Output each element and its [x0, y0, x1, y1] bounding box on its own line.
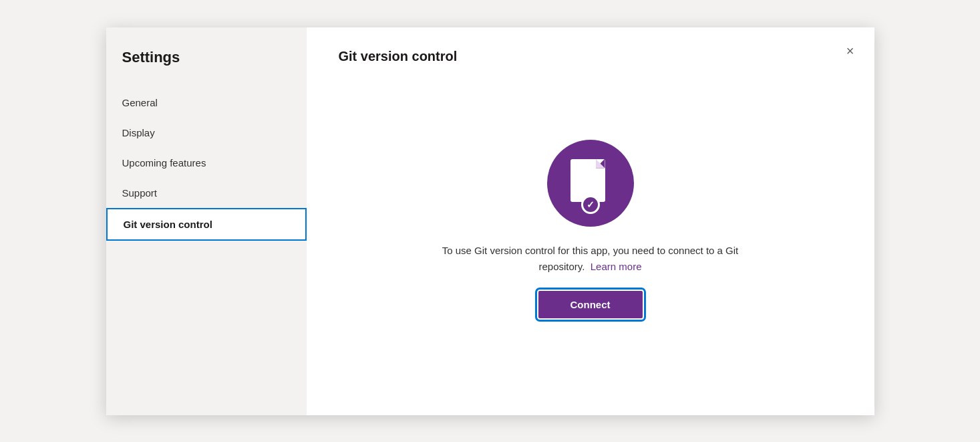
learn-more-link[interactable]: Learn more [591, 261, 642, 272]
main-content: Git version control × ✓ To use Git versi… [307, 27, 874, 415]
git-content-area: ✓ To use Git version control for this ap… [430, 64, 751, 394]
settings-dialog: Settings General Display Upcoming featur… [106, 27, 874, 415]
sidebar-item-general[interactable]: General [106, 88, 307, 118]
git-icon-circle: ✓ [547, 140, 634, 227]
page-title: Git version control [339, 49, 458, 64]
sidebar-item-display[interactable]: Display [106, 118, 307, 148]
check-badge: ✓ [581, 195, 600, 214]
close-button[interactable]: × [840, 41, 861, 62]
sidebar-item-upcoming-features[interactable]: Upcoming features [106, 148, 307, 178]
settings-sidebar: Settings General Display Upcoming featur… [106, 27, 307, 415]
sidebar-item-git-version-control[interactable]: Git version control [106, 208, 307, 241]
description-area: To use Git version control for this app,… [430, 243, 751, 275]
sidebar-item-support[interactable]: Support [106, 178, 307, 208]
settings-title: Settings [106, 49, 307, 88]
connect-button[interactable]: Connect [538, 291, 643, 318]
git-icon-inner: ✓ [570, 159, 611, 207]
